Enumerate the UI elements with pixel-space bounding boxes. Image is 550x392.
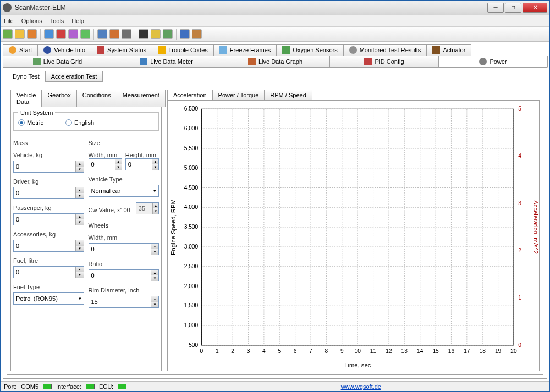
toolbar-icon[interactable] — [139, 29, 148, 39]
tab-dyno-test[interactable]: Dyno Test — [7, 71, 46, 82]
width-mm-label: Width, mm — [89, 152, 122, 158]
toolbar-icon[interactable] — [151, 29, 161, 39]
tab-power[interactable]: Power — [438, 56, 548, 68]
toolbar-icon[interactable] — [56, 29, 66, 39]
size-legend: Size — [89, 140, 160, 146]
svg-text:2: 2 — [231, 348, 234, 354]
rim-diameter-input[interactable]: ▲▼ — [89, 296, 160, 308]
toolbar-icon[interactable] — [3, 29, 13, 39]
ratio-input[interactable]: ▲▼ — [89, 269, 160, 281]
toolbar-icon[interactable] — [15, 29, 25, 39]
driver-kg-label: Driver, kg — [13, 178, 84, 185]
maximize-button[interactable]: □ — [505, 3, 521, 13]
vehicle-kg-label: Vehicle, kg — [13, 152, 84, 158]
tab-live-data-graph[interactable]: Live Data Graph — [221, 56, 330, 68]
tab-vehicle-info[interactable]: Vehicle Info — [37, 44, 91, 56]
vehicle-type-select[interactable]: Normal car — [89, 185, 160, 197]
toolbar-icon[interactable] — [163, 29, 173, 39]
freeze-icon — [219, 46, 227, 54]
svg-text:0: 0 — [518, 342, 521, 348]
toolbar-icon[interactable] — [97, 29, 107, 39]
toolbar-icon[interactable] — [44, 29, 54, 39]
toolbar-icon[interactable] — [109, 29, 119, 39]
chart-area: 012345678910111213141516171819205001,000… — [167, 100, 540, 371]
menu-options[interactable]: Options — [21, 18, 42, 24]
tab-start[interactable]: Start — [3, 44, 38, 56]
svg-text:1,500: 1,500 — [184, 302, 199, 308]
fuel-litre-label: Fuel, litre — [13, 257, 84, 264]
height-mm-input[interactable]: ▲▼ — [125, 158, 159, 170]
toolbar-icon[interactable] — [192, 29, 202, 39]
tab-chart-power-torque[interactable]: Power / Torque — [212, 90, 265, 101]
fuel-type-select[interactable]: Petrol (RON95) — [13, 292, 84, 305]
toolbar-icon[interactable] — [122, 29, 131, 39]
driver-kg-input[interactable]: ▲▼ — [13, 187, 84, 199]
width-mm-input[interactable]: ▲▼ — [89, 158, 122, 170]
svg-text:10: 10 — [354, 348, 361, 354]
tab-system-status[interactable]: System Status — [91, 44, 152, 56]
port-label: Port: — [4, 383, 16, 390]
minimize-button[interactable]: ─ — [487, 3, 504, 13]
menubar: File Options Tools Help — [1, 15, 549, 27]
cw-value-input[interactable]: ▲▼ — [136, 202, 159, 214]
passenger-kg-input[interactable]: ▲▼ — [13, 213, 84, 225]
svg-text:4: 4 — [262, 348, 266, 354]
svg-text:5,000: 5,000 — [184, 165, 199, 171]
svg-text:0: 0 — [200, 348, 204, 354]
svg-text:3,000: 3,000 — [184, 244, 199, 250]
cw-value-label: Cw Value, x100 — [89, 207, 133, 213]
tab-chart-acceleration[interactable]: Acceleration — [167, 90, 213, 101]
rim-diameter-label: Rim Diameter, inch — [89, 287, 160, 294]
radio-english[interactable]: English — [65, 119, 94, 126]
svg-text:Acceleration, m/s^2: Acceleration, m/s^2 — [532, 200, 539, 254]
svg-text:11: 11 — [370, 348, 377, 354]
tab-trouble-codes[interactable]: Trouble Codes — [152, 44, 214, 56]
wheels-width-input[interactable]: ▲▼ — [89, 243, 160, 255]
toolbar — [1, 27, 549, 42]
tab-acceleration-test[interactable]: Acceleration Test — [45, 71, 103, 82]
wheels-width-label: Width, mm — [89, 234, 160, 241]
svg-text:14: 14 — [417, 348, 424, 354]
tab-live-data-meter[interactable]: Live Data Meter — [112, 56, 221, 68]
toolbar-icon[interactable] — [180, 29, 190, 39]
graph-icon — [248, 58, 256, 65]
wheels-legend: Wheels — [89, 222, 160, 229]
svg-text:16: 16 — [448, 348, 455, 354]
svg-text:3: 3 — [247, 348, 250, 354]
tab-gearbox[interactable]: Gearbox — [41, 90, 76, 107]
status-icon — [97, 46, 105, 54]
svg-text:9: 9 — [340, 348, 344, 354]
fuel-litre-input[interactable]: ▲▼ — [13, 266, 84, 278]
grid-icon — [33, 58, 41, 65]
svg-text:3,500: 3,500 — [184, 224, 199, 230]
unit-system-group: Unit System Metric English — [13, 109, 159, 131]
tab-conditions[interactable]: Conditions — [76, 90, 117, 107]
info-icon — [43, 46, 51, 54]
mass-legend: Mass — [13, 140, 84, 146]
accessories-kg-label: Accessories, kg — [13, 231, 84, 238]
tab-vehicle-data[interactable]: Vehicle Data — [10, 90, 42, 107]
svg-text:8: 8 — [325, 348, 328, 354]
radio-metric[interactable]: Metric — [18, 119, 43, 126]
tab-chart-rpm-speed[interactable]: RPM / Speed — [264, 90, 312, 101]
tab-oxygen-sensors[interactable]: Oxygen Sensors — [276, 44, 343, 56]
tab-freeze-frames[interactable]: Freeze Frames — [213, 44, 277, 56]
vehicle-kg-input[interactable]: ▲▼ — [13, 161, 84, 173]
app-icon — [3, 3, 12, 12]
tab-measurement[interactable]: Measurement — [117, 90, 166, 107]
menu-tools[interactable]: Tools — [50, 18, 64, 24]
menu-file[interactable]: File — [4, 18, 14, 24]
interface-label: Interface: — [56, 383, 81, 390]
tab-actuator[interactable]: Actuator — [426, 44, 471, 56]
toolbar-icon[interactable] — [68, 29, 78, 39]
close-button[interactable]: ✕ — [522, 3, 547, 13]
toolbar-icon[interactable] — [27, 29, 37, 39]
tab-live-data-grid[interactable]: Live Data Grid — [3, 56, 112, 68]
tab-pid-config[interactable]: PID Config — [329, 56, 439, 68]
svg-text:Time, sec: Time, sec — [344, 362, 371, 368]
tab-monitored-tests[interactable]: Monitored Test Results — [343, 44, 427, 56]
menu-help[interactable]: Help — [72, 18, 84, 24]
toolbar-icon[interactable] — [80, 29, 90, 39]
accessories-kg-input[interactable]: ▲▼ — [13, 240, 84, 252]
website-link[interactable]: www.wgsoft.de — [341, 383, 381, 390]
